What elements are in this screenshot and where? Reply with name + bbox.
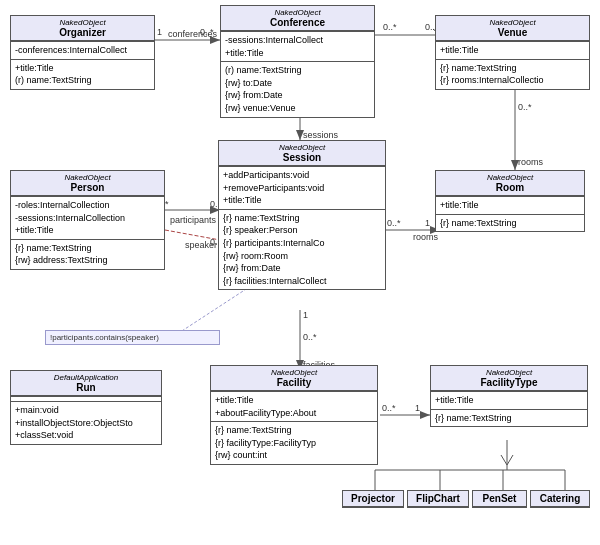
catering-name: Catering xyxy=(540,493,581,504)
penset-name: PenSet xyxy=(483,493,517,504)
svg-text:1: 1 xyxy=(415,403,420,413)
facilitytype-stereotype: NakedObject xyxy=(435,368,583,377)
organizer-box: NakedObject Organizer -conferences:Inter… xyxy=(10,15,155,90)
svg-text:0..*: 0..* xyxy=(382,403,396,413)
room-stereotype: NakedObject xyxy=(440,173,580,182)
projector-header: Projector xyxy=(343,491,403,507)
svg-text:rooms: rooms xyxy=(518,157,544,167)
constraint-box: !participants.contains(speaker) xyxy=(45,330,220,345)
svg-marker-10 xyxy=(511,160,519,170)
penset-box: PenSet xyxy=(472,490,527,508)
facility-section2: {r} name:TextString {r} facilityType:Fac… xyxy=(211,421,377,464)
svg-text:1: 1 xyxy=(303,310,308,320)
conference-stereotype: NakedObject xyxy=(225,8,370,17)
svg-text:1: 1 xyxy=(157,27,162,37)
session-section2: {r} name:TextString {r} speaker:Person {… xyxy=(219,209,385,290)
person-stereotype: NakedObject xyxy=(15,173,160,182)
facilitytype-header: NakedObject FacilityType xyxy=(431,366,587,391)
facility-box: NakedObject Facility +title:Title +about… xyxy=(210,365,378,465)
session-name: Session xyxy=(283,152,321,163)
catering-box: Catering xyxy=(530,490,590,508)
flipchart-box: FlipChart xyxy=(407,490,469,508)
svg-marker-1 xyxy=(210,36,220,44)
uml-diagram: conferences 1 0..* 0..* 0..1 0..* rooms … xyxy=(0,0,600,545)
conference-section2: (r) name:TextString {rw} to:Date {rw} fr… xyxy=(221,61,374,116)
organizer-name: Organizer xyxy=(59,27,106,38)
flipchart-header: FlipChart xyxy=(408,491,468,507)
organizer-section2: +title:Title (r) name:TextString xyxy=(11,59,154,89)
facility-name: Facility xyxy=(277,377,311,388)
svg-text:0..*: 0..* xyxy=(518,102,532,112)
projector-box: Projector xyxy=(342,490,404,508)
svg-line-24 xyxy=(165,230,220,240)
conference-section1: -sessions:InternalCollect +title:Title xyxy=(221,31,374,61)
person-box: NakedObject Person -roles:InternalCollec… xyxy=(10,170,165,270)
svg-text:0..*: 0..* xyxy=(383,22,397,32)
person-header: NakedObject Person xyxy=(11,171,164,196)
run-box: DefaultApplication Run +main:void +insta… xyxy=(10,370,162,445)
constraint-text: !participants.contains(speaker) xyxy=(50,333,159,342)
room-section1: +title:Title xyxy=(436,196,584,214)
venue-box: NakedObject Venue +title:Title {r} name:… xyxy=(435,15,590,90)
facilitytype-box: NakedObject FacilityType +title:Title {r… xyxy=(430,365,588,427)
session-box: NakedObject Session +addParticipants:voi… xyxy=(218,140,386,290)
venue-section2: {r} name:TextString {r} rooms:InternalCo… xyxy=(436,59,589,89)
conference-header: NakedObject Conference xyxy=(221,6,374,31)
venue-stereotype: NakedObject xyxy=(440,18,585,27)
facility-header: NakedObject Facility xyxy=(211,366,377,391)
person-section2: {r} name:TextString {rw} address:TextStr… xyxy=(11,239,164,269)
venue-name: Venue xyxy=(498,27,527,38)
conference-box: NakedObject Conference -sessions:Interna… xyxy=(220,5,375,118)
svg-marker-15 xyxy=(296,130,304,140)
session-header: NakedObject Session xyxy=(219,141,385,166)
catering-header: Catering xyxy=(531,491,589,507)
organizer-header: NakedObject Organizer xyxy=(11,16,154,41)
svg-text:conferences: conferences xyxy=(168,29,218,39)
facilitytype-name: FacilityType xyxy=(480,377,537,388)
room-name: Room xyxy=(496,182,524,193)
facilitytype-section2: {r} name:TextString xyxy=(431,409,587,427)
session-section1: +addParticipants:void +removeParticipant… xyxy=(219,166,385,209)
run-section2: +main:void +installObjectStore:ObjectSto… xyxy=(11,401,161,444)
venue-header: NakedObject Venue xyxy=(436,16,589,41)
svg-text:rooms: rooms xyxy=(413,232,439,242)
session-stereotype: NakedObject xyxy=(223,143,381,152)
room-header: NakedObject Room xyxy=(436,171,584,196)
organizer-stereotype: NakedObject xyxy=(15,18,150,27)
room-box: NakedObject Room +title:Title {r} name:T… xyxy=(435,170,585,232)
projector-name: Projector xyxy=(351,493,395,504)
venue-section1: +title:Title xyxy=(436,41,589,59)
person-section1: -roles:InternalCollection -sessions:Inte… xyxy=(11,196,164,239)
svg-text:sessions: sessions xyxy=(303,130,339,140)
facilitytype-section1: +title:Title xyxy=(431,391,587,409)
room-section2: {r} name:TextString xyxy=(436,214,584,232)
svg-text:0..*: 0..* xyxy=(387,218,401,228)
organizer-section1: -conferences:InternalCollect xyxy=(11,41,154,59)
run-name: Run xyxy=(76,382,95,393)
svg-text:participants: participants xyxy=(170,215,217,225)
flipchart-name: FlipChart xyxy=(416,493,460,504)
svg-text:1: 1 xyxy=(425,218,430,228)
facility-stereotype: NakedObject xyxy=(215,368,373,377)
svg-text:speaker: speaker xyxy=(185,240,217,250)
penset-header: PenSet xyxy=(473,491,526,507)
svg-text:0..*: 0..* xyxy=(303,332,317,342)
svg-marker-40 xyxy=(420,411,430,419)
person-name: Person xyxy=(71,182,105,193)
svg-text:0..*: 0..* xyxy=(200,27,214,37)
conference-name: Conference xyxy=(270,17,325,28)
facility-section1: +title:Title +aboutFacilityType:About xyxy=(211,391,377,421)
run-header: DefaultApplication Run xyxy=(11,371,161,396)
run-stereotype: DefaultApplication xyxy=(15,373,157,382)
